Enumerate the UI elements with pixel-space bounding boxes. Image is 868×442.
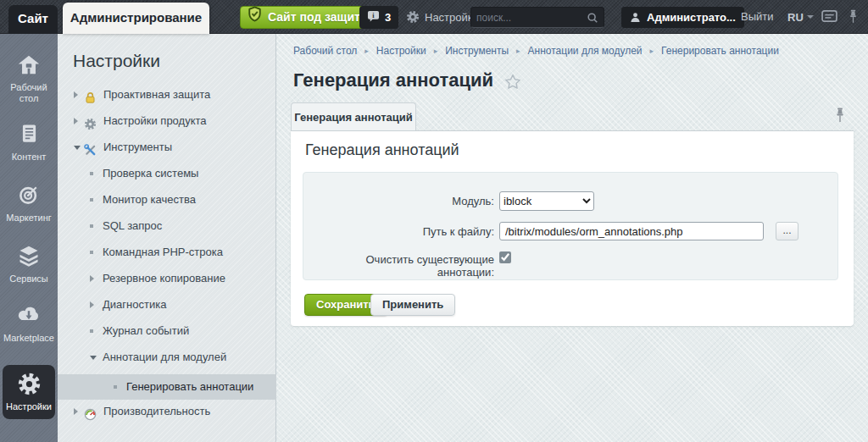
menu-tree-item[interactable]: Монитор качества <box>58 187 276 213</box>
path-label: Путь к файлу: <box>310 225 494 238</box>
menu-tree-item[interactable]: Настройки продукта <box>58 108 276 134</box>
shield-check-icon <box>248 6 262 29</box>
cloud-download-icon <box>0 303 58 330</box>
sidebar-item-label: Рабочий стол <box>0 80 58 104</box>
gear-icon <box>3 372 55 399</box>
bullet-icon <box>90 329 93 333</box>
menu-item-label: Журнал событий <box>103 318 189 344</box>
protected-label: Сайт под защитой <box>268 7 375 28</box>
breadcrumb-link[interactable]: Инструменты <box>445 45 509 57</box>
module-select[interactable]: iblock <box>499 191 594 211</box>
page-title-text: Генерация аннотаций <box>293 69 493 91</box>
breadcrumb-separator-icon: ▸ <box>650 47 654 55</box>
menu-tree-item[interactable]: Производительность <box>58 399 276 424</box>
tab-generate-annotations[interactable]: Генерация аннотаций <box>291 102 416 130</box>
sidebar-item-marketplace[interactable]: Marketplace <box>0 303 58 344</box>
menu-item-label: Диагностика <box>103 292 166 318</box>
target-icon <box>0 183 58 210</box>
menu-item-label: Генерировать аннотации <box>126 374 253 400</box>
home-icon <box>0 52 58 80</box>
menu-item-label: Командная PHP-строка <box>103 240 223 265</box>
document-icon <box>0 122 58 149</box>
sidebar-item-content[interactable]: Контент <box>0 122 58 163</box>
search-box <box>470 7 604 28</box>
logout-link[interactable]: Выйти <box>741 0 774 34</box>
search-input[interactable] <box>476 12 587 24</box>
bullet-icon <box>90 172 93 175</box>
gauge-icon <box>84 405 97 418</box>
favorite-star-icon[interactable] <box>504 74 521 90</box>
arrow-collapsed-icon[interactable] <box>74 118 78 124</box>
topbar-pin-icon[interactable] <box>849 9 858 27</box>
gear-icon <box>84 114 97 128</box>
notification-bubble-icon: i <box>367 10 380 25</box>
topbar-settings-button[interactable]: Настройки <box>406 0 479 34</box>
menu-tree-item[interactable]: Проактивная защита <box>58 82 276 108</box>
menu-title: Настройки <box>73 51 160 71</box>
menu-tree-item[interactable]: Аннотации для модулей <box>58 345 276 370</box>
browse-button[interactable]: ... <box>776 222 798 240</box>
menu-tree-item[interactable]: Журнал событий <box>58 318 276 344</box>
notifications-counter[interactable]: i 3 <box>359 6 398 29</box>
breadcrumb-link[interactable]: Генерировать аннотации <box>661 45 779 57</box>
menu-tree-item[interactable]: Генерировать аннотации <box>58 374 276 400</box>
sidebar-item-settings[interactable]: Настройки <box>3 365 55 419</box>
menu-tree-item[interactable]: Диагностика <box>58 292 276 318</box>
user-label: Администрато... <box>647 11 736 24</box>
breadcrumb-link[interactable]: Аннотации для модулей <box>528 45 643 57</box>
arrow-expanded-icon[interactable] <box>74 146 81 150</box>
form-title: Генерация аннотаций <box>305 141 459 159</box>
sidebar-item-marketing[interactable]: Маркетинг <box>0 183 58 224</box>
chevron-down-icon <box>807 15 814 19</box>
user-icon <box>630 12 641 23</box>
path-input[interactable] <box>499 222 764 240</box>
main-content: Рабочий стол▸Настройки▸Инструменты▸Аннот… <box>276 34 868 442</box>
arrow-collapsed-icon[interactable] <box>90 275 94 282</box>
apply-button[interactable]: Применить <box>370 294 455 316</box>
menu-tree-item[interactable]: SQL запрос <box>58 213 276 239</box>
language-selector[interactable]: RU <box>787 0 814 34</box>
breadcrumb-link[interactable]: Рабочий стол <box>293 45 357 57</box>
search-icon[interactable] <box>587 12 598 24</box>
tab-site[interactable]: Сайт <box>8 5 58 34</box>
breadcrumb-separator-icon: ▸ <box>516 47 520 55</box>
top-bar: Сайт Администрирование Сайт под защитой … <box>0 0 868 34</box>
sidebar-item-services[interactable]: Сервисы <box>0 244 58 285</box>
arrow-collapsed-icon[interactable] <box>74 91 78 98</box>
bullet-icon <box>90 251 93 254</box>
bullet-icon <box>90 198 93 202</box>
hotkeys-icon[interactable] <box>821 10 837 26</box>
menu-item-label: Производительность <box>103 399 210 424</box>
sidebar-item-label: Контент <box>0 149 58 163</box>
clear-annotations-label: Очистить существующие аннотации: <box>310 253 494 279</box>
breadcrumb-separator-icon: ▸ <box>364 47 369 55</box>
menu-tree-item[interactable]: Проверка системы <box>58 161 276 186</box>
menu-item-label: Проактивная защита <box>103 82 210 108</box>
menu-item-label: Настройки продукта <box>103 108 207 134</box>
sidebar-item-label: Маркетинг <box>0 210 58 224</box>
pin-icon-top[interactable] <box>835 108 845 126</box>
menu-tree-item[interactable]: Командная PHP-строка <box>58 240 276 265</box>
sidebar-item-label: Сервисы <box>0 271 58 285</box>
breadcrumb-separator-icon: ▸ <box>434 47 438 55</box>
menu-tree-item[interactable]: Инструменты <box>58 135 276 160</box>
arrow-collapsed-icon[interactable] <box>90 301 94 308</box>
clear-annotations-checkbox[interactable] <box>499 251 511 263</box>
arrow-collapsed-icon[interactable] <box>74 408 78 415</box>
sidebar-item-label: Marketplace <box>0 330 58 344</box>
menu-tree-item[interactable]: Резервное копирование <box>58 266 276 291</box>
tools-icon <box>84 141 97 154</box>
arrow-expanded-icon[interactable] <box>90 356 97 360</box>
language-label: RU <box>787 11 804 24</box>
notifications-count: 3 <box>385 11 391 24</box>
tab-admin[interactable]: Администрирование <box>63 3 209 34</box>
sidebar-item-label: Настройки <box>3 399 55 412</box>
icon-sidebar: Рабочий столКонтентМаркетингСервисыMarke… <box>0 34 58 442</box>
user-menu-button[interactable]: Администрато... <box>621 7 744 28</box>
gear-icon <box>406 10 420 24</box>
sidebar-item-dashboard[interactable]: Рабочий стол <box>0 52 58 104</box>
breadcrumb: Рабочий стол▸Настройки▸Инструменты▸Аннот… <box>293 45 779 57</box>
settings-menu-panel: Настройки Проактивная защитаНастройки пр… <box>58 34 276 442</box>
bullet-icon <box>90 224 93 228</box>
breadcrumb-link[interactable]: Настройки <box>376 45 426 57</box>
